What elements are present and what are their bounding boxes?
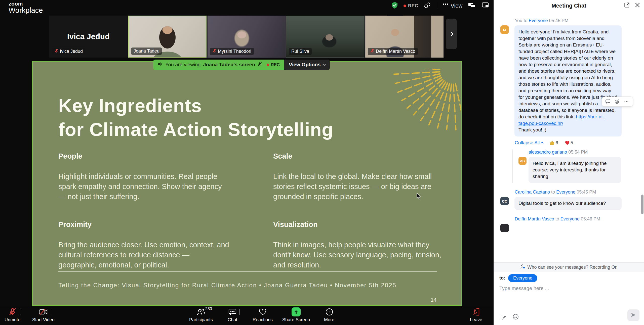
security-shield-icon[interactable] [391,2,398,10]
speaker-icon [158,62,163,68]
chat-message: AG Hello Ivica, I am already joining the… [518,157,638,183]
video-tile-myrsini[interactable]: Myrsini Theodori [207,16,286,58]
recipient-name[interactable]: Everyone [529,18,548,23]
message-bubble: Digital tools to get to know our audienc… [514,197,622,210]
video-off-icon [39,308,48,316]
sender-name[interactable]: Carolina Caetano [515,190,550,195]
participants-button[interactable]: 230 Participants [189,308,213,322]
reactions-button[interactable]: Reactions [253,308,273,322]
chat-button[interactable]: Chat [228,308,237,322]
tile-name-label: Ivica Jeđud [60,49,83,54]
view-options-label: View Options [289,62,320,68]
message-meta: Carolina Caetano to Everyone 05:45 PM [515,190,638,195]
view-options-dropdown[interactable]: View Options [284,60,330,70]
chat-header: Meeting Chat [494,0,644,12]
recipient-name[interactable]: Everyone [560,216,580,221]
avatar: CC [500,197,509,205]
start-video-label: Start Video [32,317,55,322]
reply-thread: alessandro gariano 05:54 PM AG Hello Ivi… [512,150,638,183]
tile-name-label: Rui Silva [291,49,309,54]
reactions-row: Collapse All 6 5 [515,140,638,146]
slide-section-people: People Highlight individuals or communit… [58,152,229,202]
section-heading: People [58,152,229,160]
participants-label: Participants [189,317,213,322]
start-video-button[interactable]: Start Video [32,308,55,322]
mouse-cursor [416,193,422,200]
chat-message-list[interactable]: You to Everyone 05:45 PM IJ Hello everyo… [494,12,644,262]
meeting-chat-panel: Meeting Chat You to Everyone 05:45 PM IJ… [494,0,644,325]
zoom-workplace-logo: zoom Workplace [9,1,43,14]
reply-in-thread-icon[interactable] [605,98,612,105]
video-tile-rui[interactable]: Rui Silva [286,16,365,58]
send-plane-icon [630,312,636,318]
leave-icon [472,308,480,316]
view-button[interactable]: View [442,3,462,9]
banner-recording-label: REC [271,62,280,67]
emoji-icon[interactable] [512,313,519,321]
section-heading: Visualization [273,220,444,229]
more-actions-icon[interactable] [623,98,630,105]
heart-reaction-icon [565,141,570,145]
message-time: 05:46 PM [581,216,600,221]
sunburst-decoration [390,69,462,134]
avatar: IJ [500,25,509,34]
reactions-label: Reactions [253,317,273,322]
sender-name[interactable]: alessandro gariano [529,150,567,155]
sender-name[interactable]: Delfín Martín Vasco [515,216,554,221]
chat-options-caret[interactable] [239,310,239,315]
view-label: View [451,3,462,9]
chat-title: Meeting Chat [551,3,586,9]
composer-toolbar [494,309,644,325]
chat-scrollbar[interactable] [641,195,643,214]
thumbs-up-reaction-chip[interactable]: 6 [550,140,558,146]
collapse-all-link[interactable]: Collapse All [515,140,543,146]
slide-page-number: 14 [431,297,436,303]
banner-recording-dot-icon [267,64,269,66]
screen-share-banner: You are viewing Joana Tadeu's screen REC… [153,60,330,70]
tile-name-label: Myrsini Theodori [218,49,251,54]
popout-icon[interactable] [624,2,630,9]
muted-mic-icon [370,49,374,54]
minimize-window-icon[interactable] [468,2,476,10]
section-heading: Scale [273,152,444,160]
leave-label: Leave [470,317,482,322]
close-icon[interactable] [634,2,640,9]
apps-icon[interactable] [424,2,431,10]
presentation-slide: Key Ingredients for Climate Action Story… [33,62,461,305]
share-screen-icon [292,307,301,316]
muted-mic-icon [212,49,216,54]
video-tile-ivica[interactable]: Ivica Jeđud Ivica Jeđud [49,16,128,58]
share-screen-button[interactable]: Share Screen [282,308,310,322]
recording-indicator[interactable]: REC [404,3,418,9]
filmstrip-next-button[interactable] [446,19,457,49]
more-button[interactable]: More [324,308,334,322]
sender-name: You [515,18,522,23]
heart-reaction-chip[interactable]: 5 [565,140,573,146]
recipient-name[interactable]: Everyone [556,190,575,195]
video-options-caret[interactable] [52,310,52,315]
section-body: Think in images, help people visualize w… [273,240,444,270]
message-tail: Thank you! :) [518,127,618,133]
recording-label: REC [408,3,418,9]
slide-footer-text: Telling the Change: Visual Storytelling … [58,282,396,289]
leave-button[interactable]: Leave [470,308,482,322]
add-reaction-icon[interactable] [614,98,621,105]
message-input[interactable]: Type message here ... [494,282,644,291]
send-button[interactable] [627,309,639,321]
unmute-button[interactable]: Unmute [5,308,20,322]
visibility-notice: Who can see your messages? Recording On [494,263,644,272]
video-tile-delfin[interactable]: Delfín Martín Vasco [365,16,444,58]
unmute-options-caret[interactable] [20,310,20,315]
slide-footer-rule [58,271,437,272]
chevron-up-icon [541,142,544,145]
video-tile-joana-active-speaker[interactable]: Joana Tadeu [128,16,207,58]
chat-composer-area: Who can see your messages? Recording On … [494,262,644,325]
viewing-prefix: You are viewing [165,62,200,68]
recipient-selector[interactable]: Everyone [508,274,537,282]
fullscreen-window-icon[interactable] [481,2,490,10]
chat-icon [228,308,236,316]
message-bubble: Hello Ivica, I am already joining the co… [529,157,621,183]
collapse-all-label: Collapse All [515,140,540,146]
presenter-muted-mic-icon [258,62,262,68]
format-text-icon[interactable] [499,314,506,321]
